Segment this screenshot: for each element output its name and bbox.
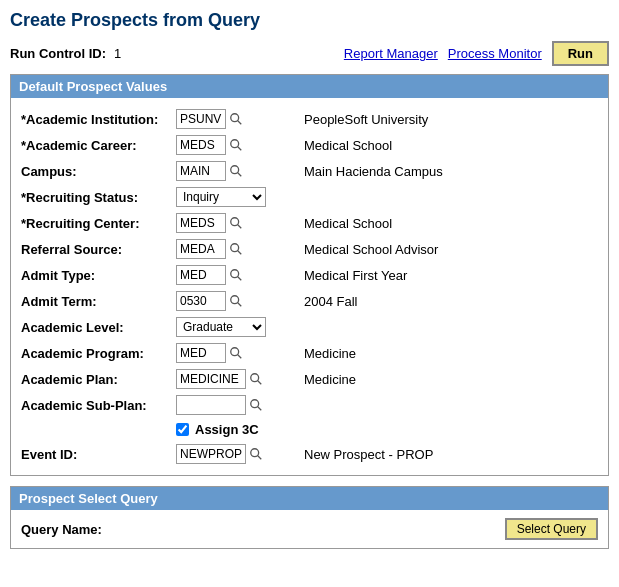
svg-point-14	[231, 348, 239, 356]
event-id-label: Event ID:	[21, 447, 176, 462]
svg-line-13	[238, 303, 242, 307]
admit-type-lookup-icon[interactable]	[228, 267, 244, 283]
academic-institution-input-group	[176, 109, 296, 129]
recruiting-center-lookup-icon[interactable]	[228, 215, 244, 231]
academic-plan-lookup-icon[interactable]	[248, 371, 264, 387]
svg-line-5	[238, 173, 242, 177]
admit-term-desc: 2004 Fall	[304, 294, 357, 309]
run-button[interactable]: Run	[552, 41, 609, 66]
event-id-lookup-icon[interactable]	[248, 446, 264, 462]
admit-term-row: Admit Term: 2004 Fall	[21, 288, 598, 314]
academic-plan-field[interactable]	[176, 369, 246, 389]
svg-point-0	[231, 114, 239, 122]
process-monitor-link[interactable]: Process Monitor	[448, 46, 542, 61]
academic-institution-lookup-icon[interactable]	[228, 111, 244, 127]
academic-plan-label: Academic Plan:	[21, 372, 176, 387]
admit-type-label: Admit Type:	[21, 268, 176, 283]
academic-program-row: Academic Program: Medicine	[21, 340, 598, 366]
campus-row: Campus: Main Hacienda Campus	[21, 158, 598, 184]
referral-source-lookup-icon[interactable]	[228, 241, 244, 257]
admit-term-label: Admit Term:	[21, 294, 176, 309]
svg-line-19	[258, 407, 262, 411]
section1-header: Default Prospect Values	[11, 75, 608, 98]
academic-career-row: *Academic Career: Medical School	[21, 132, 598, 158]
admit-term-field[interactable]	[176, 291, 226, 311]
svg-line-21	[258, 456, 262, 460]
svg-line-11	[238, 277, 242, 281]
svg-point-4	[231, 166, 239, 174]
svg-point-8	[231, 244, 239, 252]
referral-source-desc: Medical School Advisor	[304, 242, 438, 257]
referral-source-label: Referral Source:	[21, 242, 176, 257]
academic-subplan-field[interactable]	[176, 395, 246, 415]
academic-program-lookup-icon[interactable]	[228, 345, 244, 361]
academic-level-field[interactable]: Graduate Undergraduate	[176, 317, 266, 337]
academic-program-field[interactable]	[176, 343, 226, 363]
query-name-label: Query Name:	[21, 522, 102, 537]
recruiting-center-label: *Recruiting Center:	[21, 216, 176, 231]
academic-career-lookup-icon[interactable]	[228, 137, 244, 153]
recruiting-center-field[interactable]	[176, 213, 226, 233]
academic-institution-label: *Academic Institution:	[21, 112, 176, 127]
svg-point-18	[251, 400, 259, 408]
academic-career-field[interactable]	[176, 135, 226, 155]
admit-type-row: Admit Type: Medical First Year	[21, 262, 598, 288]
section1-body: *Academic Institution: PeopleSoft Univer…	[11, 98, 608, 475]
run-control-value: 1	[114, 46, 121, 61]
event-id-field[interactable]	[176, 444, 246, 464]
svg-line-3	[238, 147, 242, 151]
page-title: Create Prospects from Query	[0, 0, 619, 37]
svg-point-10	[231, 270, 239, 278]
recruiting-center-desc: Medical School	[304, 216, 392, 231]
assign-3c-label: Assign 3C	[195, 422, 259, 437]
svg-line-1	[238, 121, 242, 125]
query-name-row: Query Name: Select Query	[21, 518, 598, 540]
campus-label: Campus:	[21, 164, 176, 179]
svg-point-2	[231, 140, 239, 148]
academic-career-label: *Academic Career:	[21, 138, 176, 153]
admit-type-desc: Medical First Year	[304, 268, 407, 283]
academic-career-input-group	[176, 135, 296, 155]
run-control-label: Run Control ID:	[10, 46, 106, 61]
section2-body: Query Name: Select Query	[11, 510, 608, 548]
default-prospect-values-section: Default Prospect Values *Academic Instit…	[10, 74, 609, 476]
recruiting-status-row: *Recruiting Status: Inquiry Applicant Pr…	[21, 184, 598, 210]
academic-institution-row: *Academic Institution: PeopleSoft Univer…	[21, 106, 598, 132]
academic-subplan-input-group	[176, 395, 296, 415]
recruiting-status-label: *Recruiting Status:	[21, 190, 176, 205]
academic-plan-input-group	[176, 369, 296, 389]
recruiting-status-field[interactable]: Inquiry Applicant Prospect	[176, 187, 266, 207]
academic-level-row: Academic Level: Graduate Undergraduate	[21, 314, 598, 340]
academic-subplan-lookup-icon[interactable]	[248, 397, 264, 413]
admit-term-lookup-icon[interactable]	[228, 293, 244, 309]
academic-institution-field[interactable]	[176, 109, 226, 129]
referral-source-input-group	[176, 239, 296, 259]
referral-source-field[interactable]	[176, 239, 226, 259]
svg-line-17	[258, 381, 262, 385]
report-manager-link[interactable]: Report Manager	[344, 46, 438, 61]
recruiting-status-input-group: Inquiry Applicant Prospect	[176, 187, 296, 207]
academic-program-label: Academic Program:	[21, 346, 176, 361]
svg-point-20	[251, 449, 259, 457]
event-id-input-group	[176, 444, 296, 464]
admit-term-input-group	[176, 291, 296, 311]
admit-type-field[interactable]	[176, 265, 226, 285]
select-query-button[interactable]: Select Query	[505, 518, 598, 540]
academic-program-desc: Medicine	[304, 346, 356, 361]
referral-source-row: Referral Source: Medical School Advisor	[21, 236, 598, 262]
section2-header: Prospect Select Query	[11, 487, 608, 510]
academic-program-input-group	[176, 343, 296, 363]
svg-point-16	[251, 374, 259, 382]
academic-plan-row: Academic Plan: Medicine	[21, 366, 598, 392]
academic-level-label: Academic Level:	[21, 320, 176, 335]
campus-field[interactable]	[176, 161, 226, 181]
assign-3c-row: Assign 3C	[21, 418, 598, 441]
event-id-desc: New Prospect - PROP	[304, 447, 433, 462]
svg-line-9	[238, 251, 242, 255]
campus-lookup-icon[interactable]	[228, 163, 244, 179]
recruiting-center-input-group	[176, 213, 296, 233]
admit-type-input-group	[176, 265, 296, 285]
recruiting-center-row: *Recruiting Center: Medical School	[21, 210, 598, 236]
campus-input-group	[176, 161, 296, 181]
assign-3c-checkbox[interactable]	[176, 423, 189, 436]
